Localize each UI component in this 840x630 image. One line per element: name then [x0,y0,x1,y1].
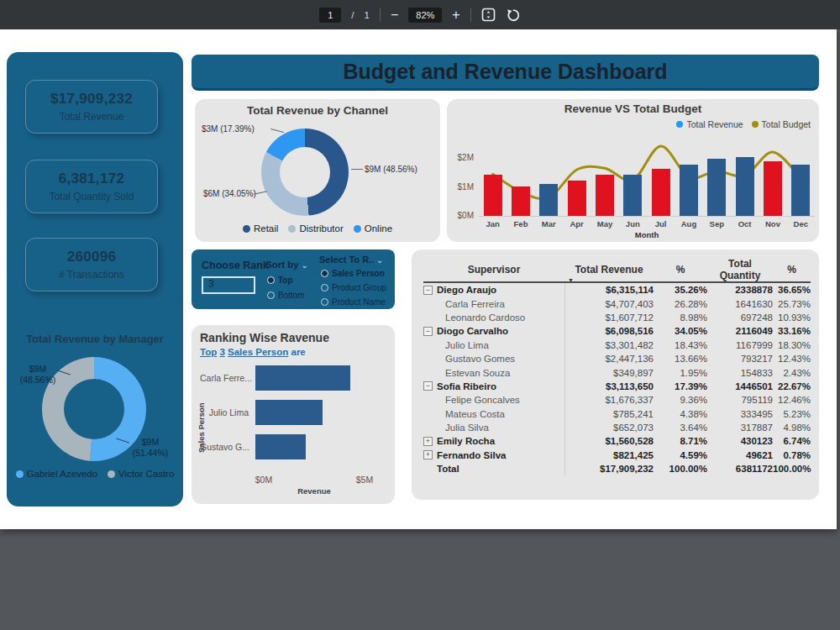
table-cell-quantity: 333495 [707,409,773,419]
table-cell-revenue_pct: 34.05% [654,326,707,336]
budget-bar-nov[interactable] [764,161,782,216]
table-cell-quantity_pct: 6.74% [773,436,811,446]
table-row[interactable]: −Diego Araujo$6,315,11435.26%233887836.6… [423,283,811,297]
ranking-bars: Carla Ferre...Julio LimaGustavo G... [200,365,386,469]
ranking-category-label: Julio Lima [200,407,255,417]
legend-dot [288,225,296,233]
table-cell-revenue_pct: 13.66% [654,354,707,364]
zoom-in-button[interactable]: + [452,8,459,22]
x-axis-tick: Dec [787,219,815,228]
x-axis-tick: Jul [647,219,675,228]
table-cell-revenue_pct: 8.71% [654,436,707,446]
kpi-total-revenue[interactable]: $17,909,232 Total Revenue [25,80,158,134]
budget-chart-card: Revenue VS Total Budget Total Revenue To… [447,99,819,242]
supervisor-name: Gustavo Gomes [445,354,515,364]
column-header-total-revenue[interactable]: Total Revenue ▼ [564,264,654,276]
budget-bar-sep[interactable] [707,159,726,216]
legend-item-distributor[interactable]: Distributor [288,223,343,234]
column-header-total-quantity[interactable]: Total Quantity [707,258,773,281]
ranking-bar-row: Julio Lima [200,400,386,425]
zoom-out-button[interactable]: − [391,8,398,22]
table-row[interactable]: Gustavo Gomes$2,447,13613.66%79321712.43… [423,352,811,365]
table-row[interactable]: Felipe Goncalves$1,676,3379.36%79511912.… [423,393,811,407]
table-row[interactable]: Julio Lima$3,301,48218.43%116799918.30% [423,339,811,352]
y-axis-tick: $1M [449,182,474,192]
table-row[interactable]: Carla Ferreira$4,707,40326.28%164163025.… [423,297,811,310]
x-axis-tick: Apr [563,219,591,228]
table-cell-quantity: 793217 [707,354,773,364]
expand-icon[interactable]: + [423,450,433,459]
y-axis-title: Sales Person [197,402,206,453]
kpi-transactions[interactable]: 260096 # Transactions [25,238,158,291]
table-cell-revenue: $17,909,232 [564,462,654,475]
budget-bar-mar[interactable] [539,184,558,217]
column-header-quantity-pct[interactable]: % [773,264,811,276]
select-option-product-group[interactable]: Product Group [321,283,386,292]
rotate-icon[interactable] [506,8,521,23]
chevron-down-icon[interactable]: ⌄ [376,256,383,265]
budget-bar-jun[interactable] [623,175,642,216]
kpi-total-quantity[interactable]: 6,381,172 Total Quantity Sold [25,160,158,213]
budget-bar-may[interactable] [596,175,614,216]
x-axis-tick: $5M [348,475,381,485]
table-row[interactable]: Julia Silva$652,0733.64%3178874.98% [423,421,811,434]
select-to-rank-label: Select To R..⌄ [319,255,383,265]
select-option-product-name[interactable]: Product Name [321,297,386,307]
budget-bar-feb[interactable] [512,186,530,216]
table-row[interactable]: −Sofia Ribeiro$3,113,65017.39%144650122.… [423,380,811,393]
budget-bar-oct[interactable] [736,157,754,216]
zoom-level-input[interactable]: 82% [408,8,442,23]
collapse-icon[interactable]: − [423,286,433,295]
budget-bar-jan[interactable] [484,175,502,216]
table-cell-revenue: $1,676,337 [564,393,654,407]
sort-option-bottom[interactable]: Bottom [267,291,305,300]
table-cell-quantity_pct: 0.78% [773,450,811,460]
collapse-icon[interactable]: − [423,327,433,336]
table-cell-quantity: 154833 [707,368,773,378]
ranking-bar[interactable] [255,400,323,425]
supervisor-name: Carla Ferreira [445,299,505,309]
ranking-bar[interactable] [255,434,306,459]
table-row[interactable]: Estevan Souza$349,8971.95%1548332.43% [423,365,811,379]
table-row[interactable]: +Fernando Silva$821,4254.59%496210.78% [423,449,811,462]
kpi-sidebar: $17,909,232 Total Revenue 6,381,172 Tota… [7,52,183,507]
table-row[interactable]: Mateus Costa$785,2414.38%3334955.23% [423,407,811,421]
column-header-supervisor[interactable]: Supervisor [423,264,564,276]
supervisor-name: Leonardo Cardoso [445,312,525,323]
rank-input[interactable]: 3 [202,276,255,294]
legend-dot [354,225,361,233]
table-cell-quantity: 697248 [707,312,773,323]
page-number-input[interactable]: 1 [319,8,341,23]
table-row[interactable]: Leonardo Cardoso$1,607,7128.98%69724810.… [423,311,811,324]
toolbar-divider [380,8,381,22]
legend-item-gabriel[interactable]: Gabriel Azevedo [16,469,97,479]
legend-item-online[interactable]: Online [354,223,392,234]
ranking-chart-subtitle: Top 3 Sales Person are [200,347,306,357]
x-axis-tick: Jan [479,219,507,228]
legend-item-victor[interactable]: Victor Castro [108,469,174,479]
table-cell-quantity_pct: 33.16% [773,326,811,336]
x-axis-tick: May [591,219,618,228]
expand-icon[interactable]: + [423,437,433,446]
table-row[interactable]: +Emily Rocha$1,560,5288.71%4301236.74% [423,434,811,448]
channel-donut-chart[interactable] [261,129,349,216]
table-row[interactable]: Total$17,909,232100.00%6381172100.00% [423,462,811,475]
budget-bar-aug[interactable] [680,165,698,216]
select-option-sales-person[interactable]: Sales Person [321,269,385,278]
fit-page-icon[interactable] [481,8,496,22]
table-row[interactable]: −Diogo Carvalho$6,098,51634.05%211604933… [423,324,811,338]
budget-bar-jul[interactable] [652,169,670,216]
column-header-revenue-pct[interactable]: % [654,264,707,276]
collapse-icon[interactable]: − [423,381,433,391]
ranking-bar[interactable] [255,365,350,391]
page-total: 1 [365,10,370,20]
budget-bar-apr[interactable] [568,181,586,216]
legend-item-retail[interactable]: Retail [243,223,278,234]
supervisor-name: Fernando Silva [437,450,506,460]
manager-chart-title: Total Revenue by Manager [7,333,183,345]
budget-bar-dec[interactable] [791,165,810,216]
table-cell-revenue: $2,447,136 [564,352,654,365]
chevron-down-icon[interactable]: ⌄ [302,261,308,270]
table-cell-quantity_pct: 10.93% [773,312,811,323]
sort-option-top[interactable]: Top [267,276,293,285]
